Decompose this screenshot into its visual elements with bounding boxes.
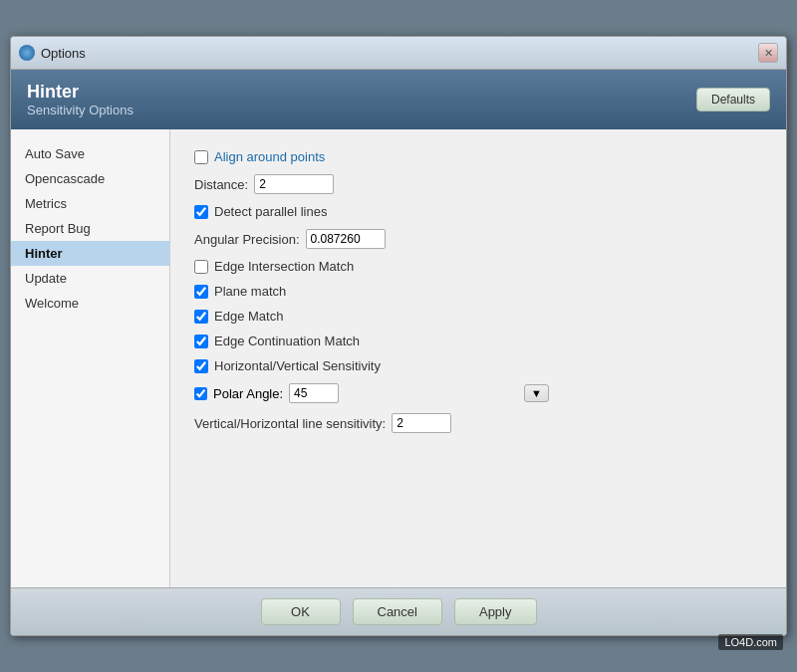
edge-match-checkbox[interactable]	[194, 310, 208, 324]
edge-match-row: Edge Match	[194, 309, 762, 324]
polar-angle-label: Polar Angle:	[213, 386, 283, 401]
edge-intersection-match-label: Edge Intersection Match	[214, 259, 354, 274]
polar-angle-row: Polar Angle: ▼	[194, 383, 762, 403]
align-around-points-checkbox[interactable]	[194, 150, 208, 164]
detect-parallel-lines-row: Detect parallel lines	[194, 204, 762, 219]
app-icon	[19, 45, 35, 61]
header-titles: Hinter Sensitivity Options	[27, 82, 133, 117]
plane-match-label: Plane match	[214, 284, 286, 299]
align-around-points-row: Align around points	[194, 149, 762, 164]
defaults-button[interactable]: Defaults	[696, 88, 770, 112]
sidebar-item-auto-save[interactable]: Auto Save	[11, 141, 169, 166]
close-button[interactable]: ✕	[758, 43, 778, 63]
distance-row: Distance:	[194, 174, 762, 194]
header-title: Hinter	[27, 82, 133, 103]
edge-match-label: Edge Match	[214, 309, 283, 324]
detect-parallel-lines-checkbox[interactable]	[194, 205, 208, 219]
edge-continuation-match-row: Edge Continuation Match	[194, 334, 762, 348]
polar-angle-input[interactable]	[289, 383, 339, 403]
title-bar-left: Options	[19, 45, 86, 61]
cancel-button[interactable]: Cancel	[353, 598, 442, 625]
watermark: LO4D.com	[718, 634, 783, 650]
align-around-points-link[interactable]: Align around points	[214, 149, 325, 164]
edge-continuation-match-label: Edge Continuation Match	[214, 334, 360, 348]
sidebar-item-metrics[interactable]: Metrics	[11, 191, 169, 216]
sidebar-item-hinter[interactable]: Hinter	[11, 241, 169, 266]
distance-label: Distance:	[194, 177, 248, 192]
edge-continuation-match-checkbox[interactable]	[194, 335, 208, 348]
edge-intersection-match-row: Edge Intersection Match	[194, 259, 762, 274]
polar-angle-checkbox[interactable]	[194, 387, 207, 400]
content-area: Auto Save Opencascade Metrics Report Bug…	[11, 129, 786, 587]
align-around-points-label: Align around points	[214, 149, 325, 164]
plane-match-checkbox[interactable]	[194, 285, 208, 299]
sidebar-item-report-bug[interactable]: Report Bug	[11, 216, 169, 241]
vh-line-sensitivity-label: Vertical/Horizontal line sensitivity:	[194, 416, 386, 431]
title-bar: Options ✕	[11, 37, 786, 70]
options-window: Options ✕ Hinter Sensitivity Options Def…	[10, 36, 787, 636]
angular-precision-row: Angular Precision:	[194, 229, 762, 249]
vh-line-sensitivity-row: Vertical/Horizontal line sensitivity:	[194, 413, 762, 433]
sidebar-item-update[interactable]: Update	[11, 266, 169, 291]
footer: OK Cancel Apply	[11, 587, 786, 635]
distance-input[interactable]	[254, 174, 334, 194]
header-section: Hinter Sensitivity Options Defaults	[11, 70, 786, 129]
sidebar-item-opencascade[interactable]: Opencascade	[11, 166, 169, 191]
angular-precision-input[interactable]	[306, 229, 386, 249]
apply-button[interactable]: Apply	[454, 598, 537, 625]
main-panel: Align around points Distance: Detect par…	[170, 129, 786, 587]
angular-precision-label: Angular Precision:	[194, 232, 300, 247]
window-title: Options	[41, 46, 86, 61]
ok-button[interactable]: OK	[261, 598, 341, 625]
sidebar-item-welcome[interactable]: Welcome	[11, 291, 169, 316]
edge-intersection-match-checkbox[interactable]	[194, 260, 208, 274]
plane-match-row: Plane match	[194, 284, 762, 299]
horizontal-vertical-sensitivity-label: Horizontal/Vertical Sensitivity	[214, 358, 381, 373]
sidebar: Auto Save Opencascade Metrics Report Bug…	[11, 129, 170, 587]
header-subtitle: Sensitivity Options	[27, 103, 133, 117]
horizontal-vertical-sensitivity-checkbox[interactable]	[194, 359, 208, 373]
horizontal-vertical-sensitivity-row: Horizontal/Vertical Sensitivity	[194, 358, 762, 373]
detect-parallel-lines-label: Detect parallel lines	[214, 204, 327, 219]
polar-angle-dropdown[interactable]: ▼	[524, 384, 549, 402]
vh-line-sensitivity-input[interactable]	[392, 413, 451, 433]
